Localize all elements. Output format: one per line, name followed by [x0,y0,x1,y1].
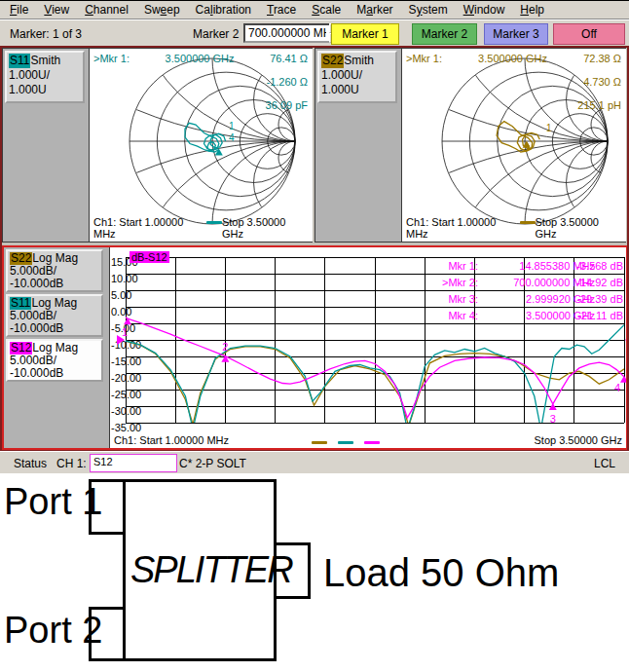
svg-text:Mkr 4:: Mkr 4: [448,310,478,321]
svg-text:-21.11 dB: -21.11 dB [577,310,623,321]
svg-text:-30.00: -30.00 [111,405,141,417]
s22-scale-value: 1.000U/ [321,68,393,83]
marker-1-button[interactable]: Marker 1 [331,23,399,45]
svg-text:2: 2 [222,341,228,353]
s11-trace-settings[interactable]: S11Smith 1.000U/ 1.000U [5,51,85,103]
logmag-plot[interactable]: 15.0010.005.000.00-5.00-10.00-15.00-20.0… [109,247,626,448]
cal-status-label: C* 2-P SOLT [179,457,246,470]
active-trace-badge: dB-S12 [130,251,169,263]
load-label: Load 50 Ohm [323,551,559,595]
s11-ref-value: 1.000U [9,83,81,97]
s22-smith-chart[interactable]: 1 >Mkr 1:3.500000 GHz72.38 Ω 4.730 Ω 215… [401,49,626,242]
svg-text:0.00: 0.00 [111,306,131,317]
svg-text:1: 1 [122,326,128,338]
logmag-trace-list: S22Log Mag5.000dB/-10.000dBS11Log Mag5.0… [4,247,109,448]
svg-text:10.00: 10.00 [111,273,138,284]
logmag-grid: 15.0010.005.000.00-5.00-10.00-15.00-20.0… [110,247,626,448]
logmag-panel: S22Log Mag5.000dB/-10.000dBS11Log Mag5.0… [2,245,627,450]
status-bar: Status CH 1: S12 C* 2-P SOLT LCL [0,451,629,474]
s22-trace-settings[interactable]: S22Log Mag5.000dB/-10.000dB [6,249,103,292]
menu-help[interactable]: Help [512,1,552,19]
svg-text:-20.00: -20.00 [111,372,141,384]
svg-text:-29.39 dB: -29.39 dB [576,293,623,305]
menu-view[interactable]: View [36,1,77,19]
marker-status-text: Marker: 1 of 3 [10,27,82,41]
s12-trace-settings[interactable]: S12Log Mag5.000dB/-10.000dB [6,339,103,382]
svg-text:1: 1 [546,123,552,133]
svg-text:>Mkr 2:: >Mkr 2: [442,277,478,288]
channel-label: CH 1: [56,457,87,470]
menu-trace[interactable]: Trace [259,1,304,19]
menu-system[interactable]: System [401,1,456,19]
s11-trace-chip: S11 [9,54,30,68]
svg-text:4: 4 [614,382,620,393]
menu-sweep[interactable]: Sweep [136,1,188,19]
s11-scale-value: 1.000U/ [9,68,81,83]
s11-panel: S11Smith 1.000U/ 1.000U 14 >Mkr 1:3.5000… [2,48,313,243]
status-label: Status [14,457,47,470]
svg-text:4: 4 [229,132,235,143]
s22-panel: S22Smith 1.000U/ 1.000U 1 >Mkr 1:3.50000… [314,48,626,243]
svg-text:-25.00: -25.00 [111,389,141,400]
menu-channel[interactable]: Channel [77,1,136,19]
port2-label: Port 2 [4,610,102,652]
s11-smith-grid: 14 [90,49,313,242]
off-button[interactable]: Off [553,23,625,45]
s22-trace-chip: S22 [321,54,344,68]
svg-text:Mkr 3:: Mkr 3: [448,293,478,305]
marker-3-button[interactable]: Marker 3 [484,23,548,45]
s22-trace-settings[interactable]: S22Smith 1.000U/ 1.000U [317,51,397,103]
logmag-sweep-range: Ch1: Start 1.00000 MHz Stop 3.50000 GHz [114,434,622,446]
s22-ref-value: 1.000U [321,83,393,97]
s11-trace-settings[interactable]: S11Log Mag5.000dB/-10.000dB [6,294,103,337]
menu-calibration[interactable]: Calibration [188,1,259,19]
menu-window[interactable]: Window [456,1,513,19]
menu-scale[interactable]: Scale [304,1,349,19]
s11-format-label: Smith [30,54,60,67]
svg-text:Mkr 1:: Mkr 1: [448,260,478,272]
measurement-box: S12 [90,454,177,472]
vna-application-window: FileViewChannelSweepCalibrationTraceScal… [0,0,629,672]
local-mode-label: LCL [594,457,615,470]
marker-2-button[interactable]: Marker 2 [412,23,477,45]
port1-label: Port 1 [4,481,102,523]
svg-text:-15.00: -15.00 [111,355,141,367]
menu-file[interactable]: File [2,1,36,19]
menu-bar: FileViewChannelSweepCalibrationTraceScal… [0,0,629,19]
s22-smith-grid: 1 [402,49,626,242]
s11-smith-chart[interactable]: 14 >Mkr 1:3.500000 GHz76.41 Ω -1.260 Ω 3… [89,49,313,242]
svg-text:-3.568 dB: -3.568 dB [576,260,623,272]
svg-text:1: 1 [229,121,235,131]
marker-toolbar: Marker: 1 of 3 Marker 2 ▲ ▼ Marker 1Mark… [0,20,629,46]
marker-field-label: Marker 2 [193,27,239,41]
svg-text:-14.92 dB: -14.92 dB [576,277,623,288]
svg-text:-35.00: -35.00 [111,422,141,433]
splitter-diagram: Port 1 Port 2 SPLITTER Load 50 Ohm [0,473,629,672]
marker-frequency-input[interactable] [243,23,331,43]
svg-text:3: 3 [550,413,556,425]
menu-marker[interactable]: Marker [349,1,400,19]
s22-format-label: Smith [344,54,374,67]
splitter-label: SPLITTER [130,549,292,591]
svg-text:5.00: 5.00 [111,289,131,301]
